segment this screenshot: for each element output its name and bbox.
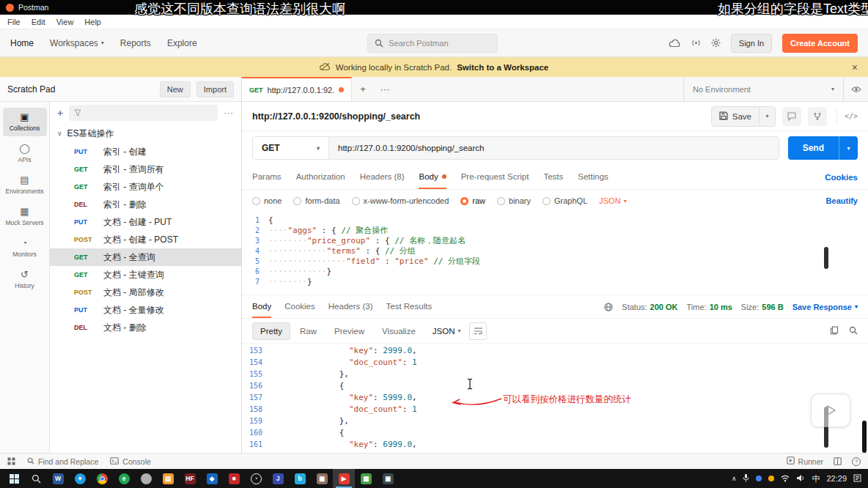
taskbar-app-blue-app[interactable]: ◆ (201, 469, 223, 488)
taskbar-app-media-app[interactable]: ▣ (311, 469, 333, 488)
runner-button[interactable]: Runner (787, 456, 823, 466)
request-list-item[interactable]: DEL索引 - 删除 (50, 196, 241, 213)
request-list-item[interactable]: GET文档 - 全查询 (50, 248, 241, 266)
environment-quick-look-button[interactable] (843, 77, 868, 101)
more-actions-icon[interactable]: ··· (224, 108, 234, 117)
request-list-item[interactable]: GET索引 - 查询所有 (50, 160, 241, 178)
search-response-icon[interactable] (849, 326, 858, 336)
menu-help[interactable]: Help (84, 18, 101, 26)
hidden-icons-chevron[interactable]: ∧ (732, 475, 737, 482)
request-body-editor[interactable]: 1{2····"aggs" : { // 聚合操作3········"price… (242, 212, 868, 295)
taskbar-app-record-app[interactable]: ▣ (377, 469, 399, 488)
nav-item-home[interactable]: Home (10, 38, 34, 48)
menu-edit[interactable]: Edit (32, 18, 45, 26)
view-tab-preview[interactable]: Preview (326, 322, 372, 340)
microphone-icon[interactable] (743, 472, 749, 485)
banner-close-icon[interactable]: × (852, 62, 858, 73)
request-tab-settings[interactable]: Settings (578, 165, 608, 189)
body-mode-graphql[interactable]: GraphQL (542, 196, 587, 205)
switch-to-workspace-link[interactable]: Switch to a Workspace (457, 63, 548, 72)
taskbar-app-chrome[interactable] (91, 469, 113, 488)
new-button[interactable]: New (160, 81, 191, 97)
menu-file[interactable]: File (7, 18, 21, 26)
request-list-item[interactable]: POST文档 - 局部修改 (50, 284, 241, 301)
body-mode-x-www-form-urlencoded[interactable]: x-www-form-urlencoded (352, 196, 449, 205)
editor-scrollbar[interactable] (824, 247, 828, 269)
taskbar-app-hf-app[interactable]: HF (179, 469, 201, 488)
taskbar-app-j-app[interactable]: J (267, 469, 289, 488)
taskbar-app-video-player[interactable]: ▶ (333, 469, 355, 488)
response-tab-cookies[interactable]: Cookies (284, 295, 315, 318)
body-mode-raw[interactable]: raw (460, 196, 485, 205)
response-tab-headers-3[interactable]: Headers (3) (328, 295, 373, 318)
sync-cloud-icon[interactable] (669, 39, 681, 48)
taskbar-app-clock-app[interactable]: ◔ (245, 469, 267, 488)
request-tab-tests[interactable]: Tests (543, 165, 563, 189)
video-play-button[interactable] (811, 393, 850, 427)
save-button-main[interactable]: Save (712, 107, 759, 126)
capture-requests-icon[interactable] (691, 38, 701, 48)
view-tab-visualize[interactable]: Visualize (374, 322, 424, 340)
request-list-item[interactable]: POST文档 - 创建 - POST (50, 231, 241, 248)
notification-center-icon[interactable] (853, 472, 861, 485)
new-tab-button[interactable]: + (352, 77, 374, 101)
request-tab-authorization[interactable]: Authorization (296, 165, 345, 189)
request-list-item[interactable]: PUT文档 - 全量修改 (50, 301, 241, 319)
response-tab-body[interactable]: Body (252, 295, 271, 318)
start-button[interactable] (3, 469, 25, 488)
cookies-link[interactable]: Cookies (825, 165, 858, 189)
collection-header[interactable]: ∨ ES基础操作 (50, 124, 241, 143)
code-snippet-icon[interactable]: </> (836, 108, 858, 125)
nav-item-workspaces[interactable]: Workspaces▾ (50, 38, 104, 48)
save-button[interactable]: Save ▾ (711, 106, 776, 127)
body-language-select[interactable]: JSON ▾ (599, 196, 626, 205)
send-button[interactable]: Send (788, 136, 839, 160)
request-list-item[interactable]: GET索引 - 查询单个 (50, 178, 241, 196)
open-request-tab[interactable]: GET http://127.0.0.1:92... (242, 77, 352, 101)
response-format-select[interactable]: JSON ▾ (433, 327, 461, 336)
environment-selector[interactable]: No Environment ▾ (683, 77, 868, 101)
fork-button[interactable] (808, 107, 827, 126)
sidebar-rail-environments[interactable]: ▤Environments (3, 171, 47, 199)
find-and-replace-button[interactable]: Find and Replace (27, 457, 98, 466)
filter-input[interactable] (69, 105, 218, 121)
wifi-icon[interactable] (781, 472, 790, 485)
url-input[interactable]: http://127.0.0.1:9200/shopping/_search (329, 137, 493, 159)
request-tab-body[interactable]: Body (419, 165, 446, 189)
volume-icon[interactable] (796, 472, 805, 485)
sidebar-rail-mock-servers[interactable]: ▦Mock Servers (3, 202, 47, 231)
taskbar-app-thunder[interactable]: ✦ (69, 469, 91, 488)
console-button[interactable]: Console (110, 457, 151, 466)
network-globe-icon[interactable] (604, 303, 613, 311)
save-response-button[interactable]: Save Response ▾ (792, 303, 858, 311)
save-options-button[interactable]: ▾ (759, 107, 775, 126)
import-button[interactable]: Import (196, 81, 234, 97)
taskbar-app-green-browser[interactable]: e (113, 469, 135, 488)
create-account-button[interactable]: Create Account (782, 34, 858, 53)
sidebar-rail-apis[interactable]: ◯APIs (3, 139, 47, 168)
request-list-item[interactable]: GET文档 - 主键查询 (50, 266, 241, 284)
tab-options-icon[interactable]: ··· (374, 77, 396, 101)
comments-button[interactable] (782, 107, 801, 126)
sidebar-rail-collections[interactable]: ▣Collections (3, 108, 47, 136)
selector-grid-icon[interactable] (7, 457, 15, 465)
nav-item-reports[interactable]: Reports (120, 38, 151, 48)
method-select[interactable]: GET ▾ (253, 137, 329, 159)
body-mode-binary[interactable]: binary (497, 196, 531, 205)
taskbar-app-screen-app[interactable]: ▦ (355, 469, 377, 488)
request-tab-params[interactable]: Params (252, 165, 282, 189)
menu-view[interactable]: View (56, 18, 74, 26)
send-options-button[interactable]: ▾ (839, 136, 858, 160)
split-pane-icon[interactable] (834, 457, 842, 465)
taskbar-app-notepad[interactable]: ▤ (157, 469, 179, 488)
body-mode-none[interactable]: none (252, 196, 282, 205)
taskbar-app-bilibili[interactable]: b (289, 469, 311, 488)
taskbar-app-red-app[interactable]: ■ (223, 469, 245, 488)
request-list-item[interactable]: PUT文档 - 创建 - PUT (50, 213, 241, 231)
taskbar-app-word[interactable]: W (47, 469, 69, 488)
add-collection-button[interactable]: + (57, 107, 63, 119)
settings-gear-icon[interactable] (711, 38, 721, 48)
view-tab-pretty[interactable]: Pretty (252, 322, 290, 340)
copy-icon[interactable] (830, 326, 839, 336)
view-tab-raw[interactable]: Raw (292, 322, 325, 340)
